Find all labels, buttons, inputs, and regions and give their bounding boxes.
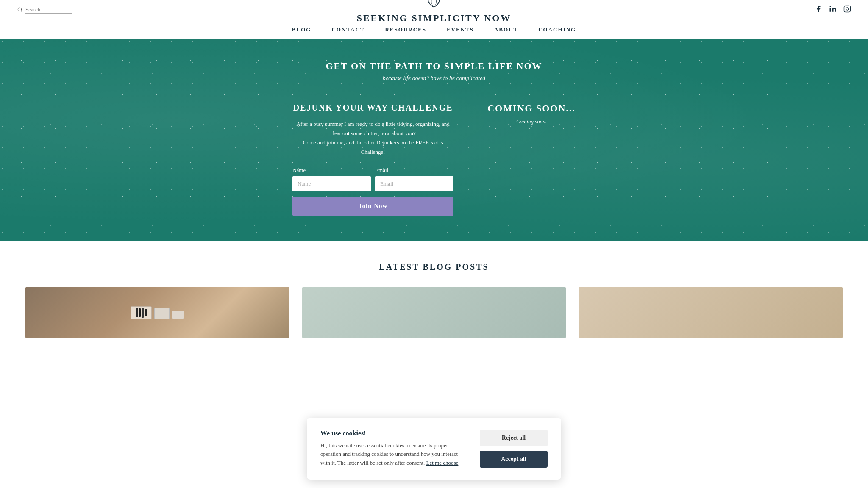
coming-soon-text: Coming soon. xyxy=(487,118,576,125)
svg-rect-3 xyxy=(844,6,851,12)
svg-point-0 xyxy=(18,8,21,11)
email-input[interactable] xyxy=(375,176,453,191)
challenge-section: DEJUNK YOUR WAY CHALLENGE After a busy s… xyxy=(292,103,453,216)
join-now-button[interactable]: Join Now xyxy=(292,197,453,216)
hero-section: GET ON THE PATH TO SIMPLE LIFE NOW becau… xyxy=(0,39,868,241)
hero-columns: DEJUNK YOUR WAY CHALLENGE After a busy s… xyxy=(25,103,843,216)
blog-section-title: LATEST BLOG POSTS xyxy=(25,262,843,272)
linkedin-icon[interactable] xyxy=(829,5,837,14)
blog-card-image-2 xyxy=(302,287,566,338)
nav-item-resources[interactable]: RESOURCES xyxy=(385,26,426,33)
svg-point-2 xyxy=(830,6,831,7)
blog-card-3 xyxy=(579,287,843,338)
nav-item-blog[interactable]: BLOG xyxy=(292,26,312,33)
search-icon xyxy=(17,7,23,13)
svg-line-1 xyxy=(21,11,22,12)
blog-card-image-1 xyxy=(25,287,289,338)
name-label: Name xyxy=(292,167,306,174)
coming-soon-section: COMING SOON... Coming soon. xyxy=(487,103,576,216)
blog-grid xyxy=(25,287,843,338)
social-icons xyxy=(815,5,851,14)
lotus-svg xyxy=(425,0,443,8)
challenge-title: DEJUNK YOUR WAY CHALLENGE xyxy=(292,103,453,113)
hero-headline: GET ON THE PATH TO SIMPLE LIFE NOW xyxy=(25,61,843,72)
nav-item-coaching[interactable]: COACHING xyxy=(538,26,576,33)
coming-soon-title: COMING SOON... xyxy=(487,103,576,114)
search-input[interactable] xyxy=(25,6,72,14)
nav-item-about[interactable]: ABOUT xyxy=(494,26,518,33)
name-group: Name xyxy=(292,167,371,191)
facebook-icon[interactable] xyxy=(815,5,822,14)
hero-subheadline: because life doesn't have to be complica… xyxy=(25,75,843,82)
header: SEEKING SIMPLICITY NOW xyxy=(0,0,868,14)
blog-card-image-3 xyxy=(579,287,843,338)
blog-card-2 xyxy=(302,287,566,338)
email-label: Email xyxy=(375,167,388,174)
nav-item-contact[interactable]: CONTACT xyxy=(331,26,364,33)
email-group: Email xyxy=(375,167,453,191)
logo-area: SEEKING SIMPLICITY NOW xyxy=(357,0,512,24)
search-area xyxy=(17,6,85,14)
logo-lotus-icon xyxy=(357,0,512,11)
instagram-icon[interactable] xyxy=(843,5,851,14)
logo-title: SEEKING SIMPLICITY NOW xyxy=(357,13,512,24)
nav-item-events[interactable]: EVENTS xyxy=(447,26,474,33)
blog-image-placeholder xyxy=(25,287,289,338)
name-input[interactable] xyxy=(292,176,371,191)
signup-form-row: Name Email xyxy=(292,167,453,191)
blog-section: LATEST BLOG POSTS xyxy=(0,241,868,355)
blog-card-1 xyxy=(25,287,289,338)
challenge-description: After a busy summer I am ready to do a l… xyxy=(292,119,453,157)
